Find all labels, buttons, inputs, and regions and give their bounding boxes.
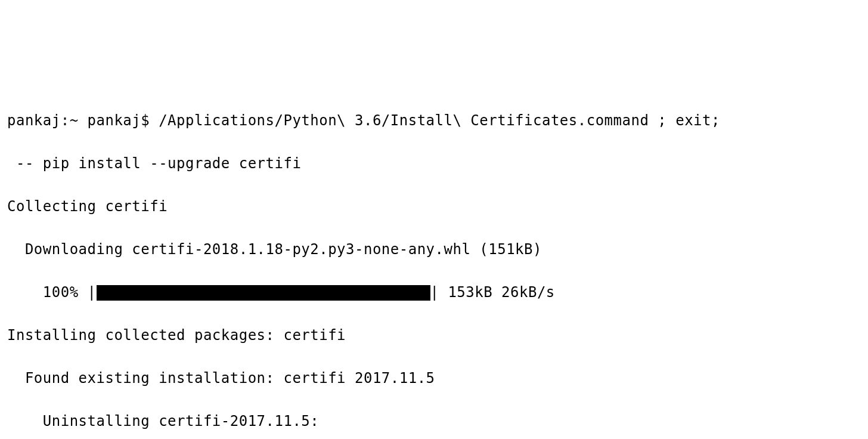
terminal-line: Uninstalling certifi-2017.11.5: [7,410,861,432]
terminal-line: Found existing installation: certifi 201… [7,367,861,389]
terminal-line-progress: 100% || 153kB 26kB/s [7,282,861,303]
progress-bar-icon [97,285,430,301]
terminal-line: -- pip install --upgrade certifi [7,153,861,174]
terminal-line: Collecting certifi [7,196,861,217]
terminal-line: Downloading certifi-2018.1.18-py2.py3-no… [7,239,861,260]
progress-speed: | 153kB 26kB/s [430,284,564,301]
terminal-line: Installing collected packages: certifi [7,324,861,346]
terminal-line: pankaj:~ pankaj$ /Applications/Python\ 3… [7,110,861,131]
terminal-output[interactable]: pankaj:~ pankaj$ /Applications/Python\ 3… [7,88,861,439]
progress-percent: 100% | [7,284,97,301]
